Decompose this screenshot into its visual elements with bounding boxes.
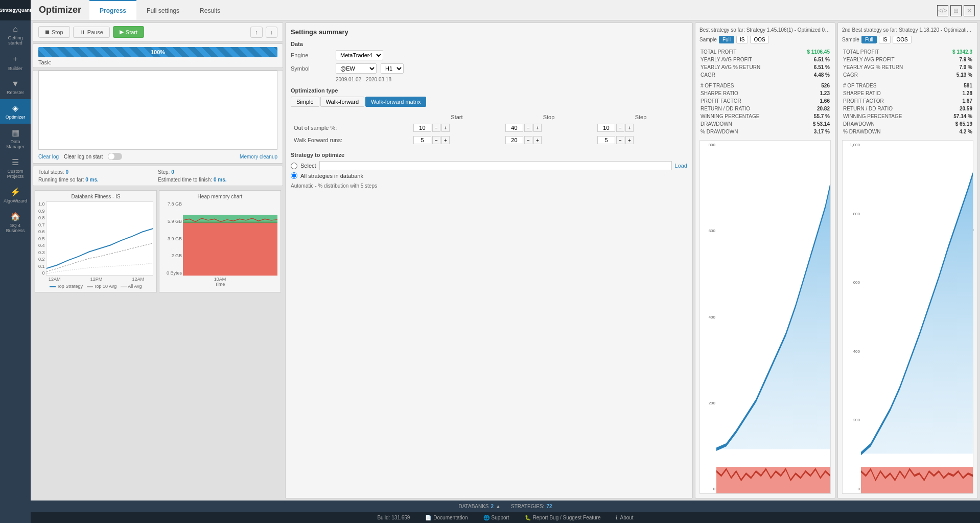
code-icon[interactable]: </> xyxy=(937,5,948,16)
metric-row: CAGR5.13 % xyxy=(843,72,972,78)
play-icon: ▶ xyxy=(120,29,124,35)
wf-start-minus[interactable]: − xyxy=(432,136,440,144)
clear-log-link[interactable]: Clear log xyxy=(38,154,59,160)
settings-title: Settings summary xyxy=(291,28,687,36)
sidebar-item-sq4-business[interactable]: 🏠 SQ 4 Business xyxy=(0,208,31,237)
clear-on-start-toggle[interactable] xyxy=(108,153,122,160)
all-strategies-label: All strategies in databank xyxy=(300,173,363,179)
sidebar-item-optimizer[interactable]: ◈ Optimizer xyxy=(0,99,31,124)
fitness-chart-title: Databank Fitness - IS xyxy=(38,194,153,199)
second-sample-is[interactable]: IS xyxy=(879,36,891,43)
tab-results[interactable]: Results xyxy=(190,0,230,20)
support-link[interactable]: 🌐 Support xyxy=(483,515,509,520)
sidebar-item-algowizard[interactable]: ⚡ AlgoWizard xyxy=(0,183,31,208)
best-metrics-table: TOTAL PROFIT$ 1106.45 YEARLY AVG PROFIT6… xyxy=(699,48,831,136)
strategy-section-label: Strategy to optimize xyxy=(291,152,687,158)
plus-icon: ＋ xyxy=(11,54,19,64)
sidebar-item-data-manager[interactable]: ▦ Data Manager xyxy=(0,124,31,153)
second-sample-oos[interactable]: OOS xyxy=(893,36,911,43)
oos-stop-field[interactable] xyxy=(505,124,523,132)
about-link[interactable]: ℹ About xyxy=(616,515,633,520)
build-info: Build: 131.659 xyxy=(377,515,410,520)
wf-start-input: − + xyxy=(413,136,500,144)
grid-icon[interactable]: ⊞ xyxy=(950,5,962,16)
memory-chart-svg xyxy=(183,201,277,276)
strategies-value: 72 xyxy=(546,504,552,509)
optimizer-icon: ◈ xyxy=(12,103,18,113)
date-range: 2009.01.02 - 2020.03.18 xyxy=(336,77,687,82)
oos-step-minus[interactable]: − xyxy=(616,124,624,132)
select-input[interactable] xyxy=(319,161,672,170)
svg-rect-5 xyxy=(861,467,973,493)
export-button[interactable]: ↑ xyxy=(250,27,263,38)
memory-cleanup-link[interactable]: Memory cleanup xyxy=(240,154,277,160)
fitness-chart-box: Databank Fitness - IS 1.00.90.80.70.6 0.… xyxy=(35,190,157,292)
doc-icon: 📄 xyxy=(425,515,431,520)
page-title: Optimizer xyxy=(39,5,81,15)
import-button[interactable]: ↓ xyxy=(266,27,278,38)
sidebar-item-custom-projects[interactable]: ☰ Custom Projects xyxy=(0,153,31,183)
pause-button[interactable]: ⏸ Pause xyxy=(73,27,110,38)
sidebar-item-retester[interactable]: ▼ Retester xyxy=(0,75,31,99)
total-steps-stat: Total steps: 0 xyxy=(38,168,158,176)
tab-full-settings[interactable]: Full settings xyxy=(136,0,190,20)
svg-rect-1 xyxy=(183,215,277,223)
best-sample-is[interactable]: IS xyxy=(736,36,748,43)
wf-stop-minus[interactable]: − xyxy=(524,136,532,144)
best-strategy-sample-tabs: Sample Full IS OOS xyxy=(699,36,831,43)
second-sample-full[interactable]: Full xyxy=(861,36,877,43)
symbol-label: Symbol xyxy=(291,65,332,72)
svg-marker-4 xyxy=(861,174,973,454)
log-panel: Clear log Clear log on start Memory clea… xyxy=(33,70,283,164)
wf-stop-input: − + xyxy=(505,136,592,144)
best-sample-full[interactable]: Full xyxy=(719,36,734,43)
retester-icon: ▼ xyxy=(11,79,19,88)
stop-icon: ◼ xyxy=(45,29,50,35)
svg-marker-2 xyxy=(716,185,830,449)
oos-stop-minus[interactable]: − xyxy=(524,124,532,132)
opt-walkforward-btn[interactable]: Walk-forward xyxy=(320,97,364,107)
sidebar-item-getting-started[interactable]: ⌂ Getting started xyxy=(0,20,31,50)
metric-row: YEARLY AVG % RETURN6.51 % xyxy=(701,64,830,71)
wf-start-plus[interactable]: + xyxy=(441,136,450,144)
algowizard-icon: ⚡ xyxy=(10,187,20,197)
top-bar-icons: </> ⊞ ✕ xyxy=(932,0,980,21)
select-radio[interactable] xyxy=(291,163,297,169)
documentation-label: Documentation xyxy=(433,515,468,520)
oos-step-plus[interactable]: + xyxy=(625,124,634,132)
log-area[interactable] xyxy=(38,71,277,150)
tab-progress[interactable]: Progress xyxy=(89,0,136,20)
oos-start-input: − + xyxy=(413,124,500,132)
wf-step-minus[interactable]: − xyxy=(616,136,624,144)
engine-select[interactable]: MetaTrader4MetaTrader5cTrader xyxy=(336,50,383,60)
wf-step-field[interactable] xyxy=(597,136,615,144)
best-sample-oos[interactable]: OOS xyxy=(750,36,768,43)
load-link[interactable]: Load xyxy=(675,163,687,169)
oos-start-minus[interactable]: − xyxy=(432,124,440,132)
symbol-select[interactable]: @EW xyxy=(336,63,377,74)
documentation-link[interactable]: 📄 Documentation xyxy=(425,515,468,520)
select-radio-row: Select Load xyxy=(291,161,687,170)
metric-row: YEARLY AVG PROFIT7.9 % xyxy=(843,56,972,63)
metric-row: PROFIT FACTOR1.67 xyxy=(843,98,972,104)
strategy-section: Strategy to optimize Select Load All str… xyxy=(291,152,687,179)
oos-stop-plus[interactable]: + xyxy=(533,124,542,132)
oos-start-plus[interactable]: + xyxy=(441,124,450,132)
best-equity-svg xyxy=(716,141,830,493)
all-strategies-radio[interactable] xyxy=(291,172,297,179)
log-footer: Clear log Clear log on start Memory clea… xyxy=(33,152,283,163)
opt-simple-btn[interactable]: Simple xyxy=(291,97,319,107)
oos-step-field[interactable] xyxy=(597,124,615,132)
sidebar-item-builder[interactable]: ＋ Builder xyxy=(0,50,31,75)
wf-stop-field[interactable] xyxy=(505,136,523,144)
wf-start-field[interactable] xyxy=(413,136,431,144)
opt-walkforward-matrix-btn[interactable]: Walk-forward matrix xyxy=(365,97,426,107)
wf-step-plus[interactable]: + xyxy=(625,136,634,144)
start-button[interactable]: ▶ Start xyxy=(113,26,144,38)
close-icon[interactable]: ✕ xyxy=(964,5,975,16)
stop-button[interactable]: ◼ Stop xyxy=(38,26,70,38)
report-bug-link[interactable]: 🐛 Report Bug / Suggest Feature xyxy=(525,515,601,520)
wf-stop-plus[interactable]: + xyxy=(533,136,542,144)
timeframe-select[interactable]: H1 xyxy=(381,63,404,74)
oos-start-field[interactable] xyxy=(413,124,431,132)
